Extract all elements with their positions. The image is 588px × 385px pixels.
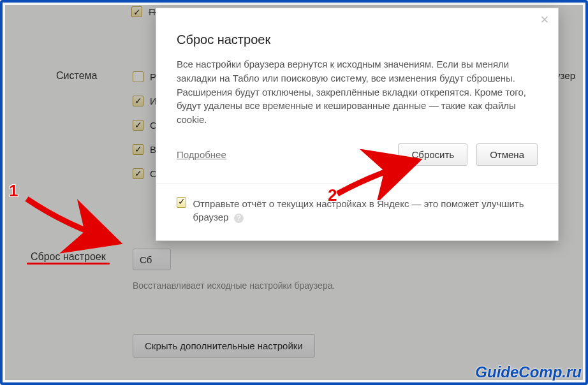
reset-settings-dialog: × Сброс настроек Все настройки браузера … [156, 8, 559, 241]
checkbox-icon[interactable]: ✓ [133, 120, 143, 131]
system-checkbox-list: ✓Р ✓И ✓С ✓В ✓С [133, 69, 157, 181]
checkbox-icon[interactable]: ✓ [133, 71, 143, 82]
report-checkbox-icon[interactable]: ✓ [177, 197, 186, 208]
confirm-reset-button[interactable]: Сбросить [398, 143, 467, 166]
cancel-button-label: Отмена [490, 149, 524, 160]
watermark: GuideComp.ru [475, 363, 582, 381]
dialog-title: Сброс настроек [177, 33, 538, 47]
annotation-number-2: 2 [328, 185, 337, 205]
close-icon[interactable]: × [538, 13, 552, 27]
cancel-button[interactable]: Отмена [476, 143, 538, 166]
confirm-reset-button-label: Сбросить [411, 149, 454, 160]
checkbox-icon[interactable]: ✓ [133, 168, 143, 179]
section-label-reset: Сброс настроек [31, 251, 106, 263]
more-info-link[interactable]: Подробнее [177, 149, 226, 160]
checkbox-icon[interactable]: ✓ [133, 144, 143, 155]
section-label-system: Система [56, 70, 97, 82]
reset-button-bg[interactable]: Сб [133, 249, 171, 270]
checkbox-icon[interactable]: ✓ [131, 6, 142, 17]
report-checkbox-label: Отправьте отчёт о текущих настройках в Я… [193, 197, 538, 224]
checkbox-icon[interactable]: ✓ [133, 96, 143, 106]
annotation-number-1: 1 [9, 181, 18, 201]
hide-advanced-button[interactable]: Скрыть дополнительные настройки [133, 334, 315, 358]
help-icon[interactable]: ? [234, 214, 244, 223]
reset-button-bg-label: Сб [140, 254, 152, 265]
hide-advanced-button-label: Скрыть дополнительные настройки [145, 340, 303, 351]
annotation-underline [27, 263, 110, 265]
dialog-body-text: Все настройки браузера вернутся к исходн… [177, 57, 538, 127]
reset-description: Восстанавливает исходные настройки брауз… [133, 280, 335, 291]
